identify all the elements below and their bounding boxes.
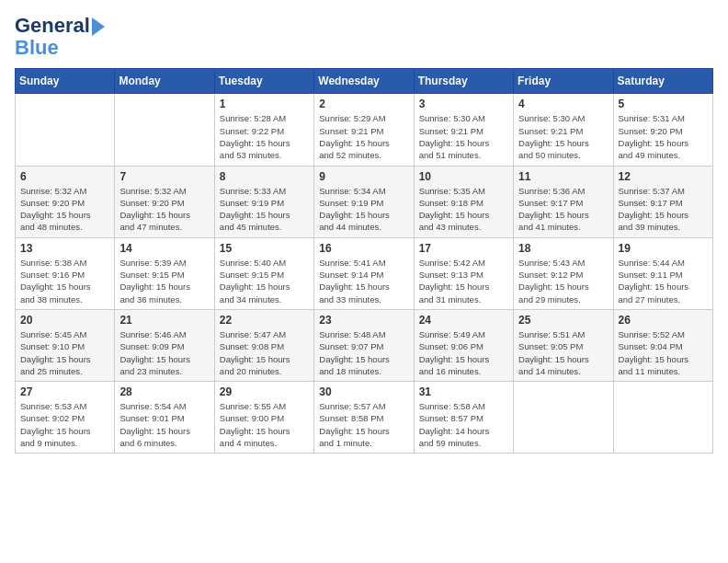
calendar-cell: 13Sunrise: 5:38 AM Sunset: 9:16 PM Dayli… (16, 237, 115, 309)
day-info: Sunrise: 5:45 AM Sunset: 9:10 PM Dayligh… (20, 328, 109, 377)
calendar-cell: 31Sunrise: 5:58 AM Sunset: 8:57 PM Dayli… (414, 382, 513, 454)
day-number: 29 (220, 385, 309, 398)
day-number: 18 (518, 242, 608, 255)
calendar-week-row: 20Sunrise: 5:45 AM Sunset: 9:10 PM Dayli… (16, 309, 713, 381)
calendar-week-row: 13Sunrise: 5:38 AM Sunset: 9:16 PM Dayli… (16, 237, 713, 309)
day-number: 14 (119, 242, 209, 255)
calendar-cell: 10Sunrise: 5:35 AM Sunset: 9:18 PM Dayli… (414, 166, 513, 237)
calendar-cell: 19Sunrise: 5:44 AM Sunset: 9:11 PM Dayli… (613, 237, 712, 309)
calendar-cell: 9Sunrise: 5:34 AM Sunset: 9:19 PM Daylig… (314, 166, 414, 237)
calendar-cell: 4Sunrise: 5:30 AM Sunset: 9:21 PM Daylig… (514, 94, 613, 166)
weekday-header-monday: Monday (115, 69, 214, 94)
day-number: 1 (220, 98, 309, 110)
day-number: 2 (319, 98, 408, 110)
day-info: Sunrise: 5:36 AM Sunset: 9:17 PM Dayligh… (518, 185, 608, 234)
day-number: 27 (20, 385, 109, 398)
day-info: Sunrise: 5:57 AM Sunset: 8:58 PM Dayligh… (319, 400, 408, 449)
calendar-cell: 25Sunrise: 5:51 AM Sunset: 9:05 PM Dayli… (514, 309, 613, 381)
day-info: Sunrise: 5:33 AM Sunset: 9:19 PM Dayligh… (220, 185, 309, 234)
calendar-cell: 28Sunrise: 5:54 AM Sunset: 9:01 PM Dayli… (115, 382, 214, 454)
page-header: General Blue (15, 15, 713, 59)
calendar-cell: 5Sunrise: 5:31 AM Sunset: 9:20 PM Daylig… (613, 94, 712, 166)
calendar-cell: 17Sunrise: 5:42 AM Sunset: 9:13 PM Dayli… (414, 237, 513, 309)
day-number: 19 (619, 242, 708, 255)
weekday-header-row: SundayMondayTuesdayWednesdayThursdayFrid… (16, 69, 713, 94)
calendar-cell: 7Sunrise: 5:32 AM Sunset: 9:20 PM Daylig… (115, 166, 214, 237)
day-info: Sunrise: 5:53 AM Sunset: 9:02 PM Dayligh… (20, 400, 109, 449)
day-info: Sunrise: 5:49 AM Sunset: 9:06 PM Dayligh… (419, 328, 508, 377)
calendar-cell (115, 94, 214, 166)
day-info: Sunrise: 5:40 AM Sunset: 9:15 PM Dayligh… (220, 257, 309, 305)
day-info: Sunrise: 5:51 AM Sunset: 9:05 PM Dayligh… (518, 328, 608, 377)
weekday-header-saturday: Saturday (613, 69, 712, 94)
day-info: Sunrise: 5:38 AM Sunset: 9:16 PM Dayligh… (20, 257, 109, 305)
calendar-cell: 14Sunrise: 5:39 AM Sunset: 9:15 PM Dayli… (115, 237, 214, 309)
day-info: Sunrise: 5:44 AM Sunset: 9:11 PM Dayligh… (619, 257, 708, 305)
day-info: Sunrise: 5:29 AM Sunset: 9:21 PM Dayligh… (319, 112, 408, 161)
calendar-cell: 22Sunrise: 5:47 AM Sunset: 9:08 PM Dayli… (214, 309, 313, 381)
calendar-cell: 24Sunrise: 5:49 AM Sunset: 9:06 PM Dayli… (414, 309, 513, 381)
day-info: Sunrise: 5:32 AM Sunset: 9:20 PM Dayligh… (119, 185, 209, 234)
weekday-header-sunday: Sunday (16, 69, 115, 94)
calendar-cell: 29Sunrise: 5:55 AM Sunset: 9:00 PM Dayli… (214, 382, 313, 454)
calendar-cell: 30Sunrise: 5:57 AM Sunset: 8:58 PM Dayli… (314, 382, 414, 454)
day-info: Sunrise: 5:55 AM Sunset: 9:00 PM Dayligh… (220, 400, 309, 449)
calendar-cell (613, 382, 712, 454)
day-info: Sunrise: 5:37 AM Sunset: 9:17 PM Dayligh… (619, 185, 708, 234)
day-number: 11 (518, 170, 608, 183)
weekday-header-thursday: Thursday (414, 69, 513, 94)
day-info: Sunrise: 5:42 AM Sunset: 9:13 PM Dayligh… (419, 257, 508, 305)
day-number: 26 (619, 314, 708, 327)
day-info: Sunrise: 5:43 AM Sunset: 9:12 PM Dayligh… (518, 257, 608, 305)
day-info: Sunrise: 5:48 AM Sunset: 9:07 PM Dayligh… (319, 328, 408, 377)
calendar-cell (514, 382, 613, 454)
logo-arrow-icon (92, 17, 105, 36)
day-info: Sunrise: 5:31 AM Sunset: 9:20 PM Dayligh… (619, 112, 708, 161)
calendar-cell (16, 94, 115, 166)
logo-text-blue: Blue (15, 37, 59, 59)
day-number: 6 (20, 170, 109, 183)
calendar-cell: 16Sunrise: 5:41 AM Sunset: 9:14 PM Dayli… (314, 237, 414, 309)
calendar-body: 1Sunrise: 5:28 AM Sunset: 9:22 PM Daylig… (16, 94, 713, 454)
calendar-cell: 6Sunrise: 5:32 AM Sunset: 9:20 PM Daylig… (16, 166, 115, 237)
day-number: 31 (419, 385, 508, 398)
day-number: 17 (419, 242, 508, 255)
day-number: 24 (419, 314, 508, 327)
day-info: Sunrise: 5:46 AM Sunset: 9:09 PM Dayligh… (119, 328, 209, 377)
day-info: Sunrise: 5:30 AM Sunset: 9:21 PM Dayligh… (518, 112, 608, 161)
day-number: 15 (220, 242, 309, 255)
day-info: Sunrise: 5:39 AM Sunset: 9:15 PM Dayligh… (119, 257, 209, 305)
calendar-cell: 21Sunrise: 5:46 AM Sunset: 9:09 PM Dayli… (115, 309, 214, 381)
day-info: Sunrise: 5:35 AM Sunset: 9:18 PM Dayligh… (419, 185, 508, 234)
calendar-week-row: 6Sunrise: 5:32 AM Sunset: 9:20 PM Daylig… (16, 166, 713, 237)
day-number: 9 (319, 170, 408, 183)
day-info: Sunrise: 5:47 AM Sunset: 9:08 PM Dayligh… (220, 328, 309, 377)
day-number: 10 (419, 170, 508, 183)
calendar-cell: 2Sunrise: 5:29 AM Sunset: 9:21 PM Daylig… (314, 94, 414, 166)
calendar-cell: 11Sunrise: 5:36 AM Sunset: 9:17 PM Dayli… (514, 166, 613, 237)
day-number: 25 (518, 314, 608, 327)
calendar-week-row: 1Sunrise: 5:28 AM Sunset: 9:22 PM Daylig… (16, 94, 713, 166)
weekday-header-friday: Friday (514, 69, 613, 94)
logo: General Blue (15, 15, 105, 59)
calendar-table: SundayMondayTuesdayWednesdayThursdayFrid… (15, 68, 713, 454)
day-number: 30 (319, 385, 408, 398)
day-info: Sunrise: 5:32 AM Sunset: 9:20 PM Dayligh… (20, 185, 109, 234)
weekday-header-wednesday: Wednesday (314, 69, 414, 94)
calendar-week-row: 27Sunrise: 5:53 AM Sunset: 9:02 PM Dayli… (16, 382, 713, 454)
day-number: 16 (319, 242, 408, 255)
logo-text-general: General (15, 15, 90, 37)
day-info: Sunrise: 5:41 AM Sunset: 9:14 PM Dayligh… (319, 257, 408, 305)
day-number: 22 (220, 314, 309, 327)
calendar-cell: 15Sunrise: 5:40 AM Sunset: 9:15 PM Dayli… (214, 237, 313, 309)
calendar-cell: 23Sunrise: 5:48 AM Sunset: 9:07 PM Dayli… (314, 309, 414, 381)
day-number: 8 (220, 170, 309, 183)
day-info: Sunrise: 5:58 AM Sunset: 8:57 PM Dayligh… (419, 400, 508, 449)
day-number: 5 (619, 98, 708, 110)
day-info: Sunrise: 5:52 AM Sunset: 9:04 PM Dayligh… (619, 328, 708, 377)
day-number: 3 (419, 98, 508, 110)
calendar-cell: 27Sunrise: 5:53 AM Sunset: 9:02 PM Dayli… (16, 382, 115, 454)
calendar-cell: 20Sunrise: 5:45 AM Sunset: 9:10 PM Dayli… (16, 309, 115, 381)
calendar-cell: 12Sunrise: 5:37 AM Sunset: 9:17 PM Dayli… (613, 166, 712, 237)
day-info: Sunrise: 5:30 AM Sunset: 9:21 PM Dayligh… (419, 112, 508, 161)
